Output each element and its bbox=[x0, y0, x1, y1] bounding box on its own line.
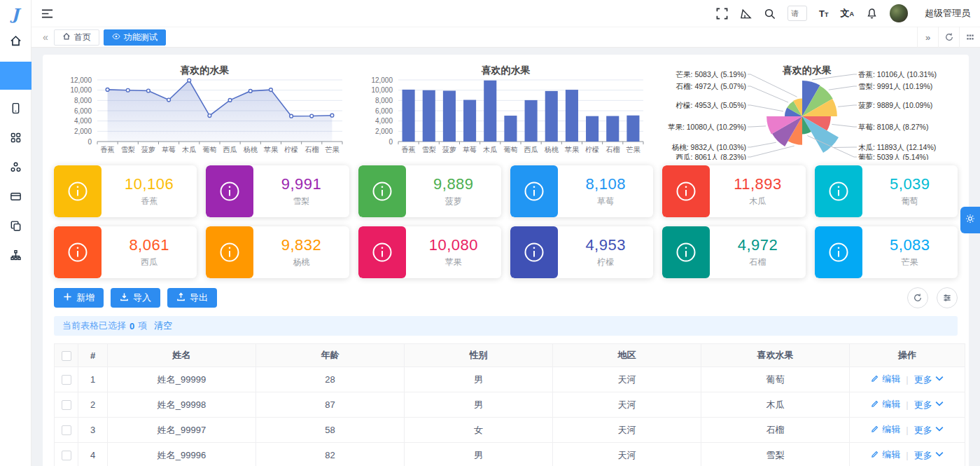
selection-suffix: 项 bbox=[138, 320, 147, 332]
svg-text:苹果: 苹果 bbox=[263, 146, 279, 153]
edit-link[interactable]: 编辑 bbox=[871, 373, 900, 385]
chevron-down-icon bbox=[935, 399, 944, 410]
stat-value: 8,108 bbox=[585, 175, 626, 193]
svg-text:苹果: 10080人 (10.29%): 苹果: 10080人 (10.29%) bbox=[668, 123, 746, 131]
pencil-icon bbox=[871, 374, 879, 385]
tab-home[interactable]: 首页 bbox=[54, 29, 99, 46]
content-area: 喜欢的水果 02,0004,0006,0008,00010,00012,000香… bbox=[31, 48, 980, 466]
stat-card: 11,893 木瓜 bbox=[662, 165, 805, 217]
charts-row: 喜欢的水果 02,0004,0006,0008,00010,00012,000香… bbox=[54, 63, 958, 160]
edit-link[interactable]: 编辑 bbox=[871, 448, 900, 461]
column-header: 喜欢水果 bbox=[701, 344, 850, 367]
user-avatar[interactable] bbox=[890, 4, 908, 22]
stat-card: 4,972 石榴 bbox=[662, 226, 805, 278]
more-link[interactable]: 更多 bbox=[914, 449, 944, 462]
more-link[interactable]: 更多 bbox=[914, 399, 944, 411]
translate-icon[interactable]: 文A bbox=[841, 7, 855, 20]
edit-link[interactable]: 编辑 bbox=[871, 398, 900, 411]
cell-age: 87 bbox=[256, 392, 405, 418]
svg-text:4,000: 4,000 bbox=[375, 117, 393, 125]
sidebar-item-card[interactable] bbox=[0, 184, 31, 212]
line-chart-canvas: 02,0004,0006,0008,00010,00012,000香蕉雪梨菠萝草… bbox=[54, 76, 355, 158]
fullscreen-icon[interactable] bbox=[716, 8, 728, 20]
select-all-checkbox[interactable] bbox=[62, 351, 71, 361]
more-link[interactable]: 更多 bbox=[914, 374, 944, 386]
pencil-icon bbox=[871, 399, 879, 410]
font-size-icon[interactable]: TT bbox=[819, 8, 828, 19]
stat-value: 10,106 bbox=[125, 175, 174, 193]
svg-text:西瓜: 西瓜 bbox=[524, 146, 538, 153]
column-header: 姓名 bbox=[108, 344, 256, 367]
svg-text:葡萄: 5039人 (5.14%): 葡萄: 5039人 (5.14%) bbox=[858, 153, 928, 160]
sidebar-item-components[interactable] bbox=[0, 125, 31, 153]
refresh-page-icon[interactable] bbox=[938, 27, 959, 48]
more-link[interactable]: 更多 bbox=[914, 424, 944, 437]
theme-settings-button[interactable] bbox=[960, 207, 980, 233]
add-button[interactable]: 新增 bbox=[54, 288, 104, 308]
eye-icon bbox=[112, 32, 120, 43]
tabs-scroll-right-icon[interactable]: » bbox=[917, 27, 938, 48]
row-index: 3 bbox=[78, 418, 108, 443]
edit-link[interactable]: 编辑 bbox=[871, 423, 900, 436]
info-circle-icon bbox=[54, 226, 102, 278]
svg-text:香蕉: 香蕉 bbox=[101, 146, 115, 153]
tabs-grid-icon[interactable] bbox=[959, 27, 980, 48]
svg-text:0: 0 bbox=[88, 138, 92, 146]
stat-value: 4,972 bbox=[738, 236, 778, 254]
row-checkbox[interactable] bbox=[62, 400, 71, 410]
sidebar-item-cluster[interactable] bbox=[0, 154, 31, 182]
sidebar-item-pages[interactable] bbox=[0, 213, 31, 241]
chart-title: 喜欢的水果 bbox=[355, 64, 656, 77]
sidebar-item-device[interactable] bbox=[0, 95, 31, 123]
row-checkbox[interactable] bbox=[62, 375, 71, 385]
cell-region: 天河 bbox=[553, 443, 701, 466]
cell-gender: 女 bbox=[405, 418, 553, 443]
table-row: 3 姓名_99997 58 女 天河 石榴 编辑|更多 bbox=[55, 418, 965, 443]
tabs-scroll-left-icon[interactable]: « bbox=[37, 32, 54, 43]
import-button[interactable]: 导入 bbox=[111, 288, 160, 308]
search-input[interactable] bbox=[788, 6, 807, 21]
search-icon[interactable] bbox=[764, 8, 776, 20]
row-checkbox[interactable] bbox=[62, 425, 71, 435]
stat-card: 10,106 香蕉 bbox=[54, 165, 197, 217]
selection-bar: 当前表格已选择 0 项 清空 bbox=[54, 316, 958, 336]
refresh-table-button[interactable] bbox=[907, 287, 928, 308]
cell-gender: 男 bbox=[405, 367, 553, 392]
info-circle-icon bbox=[815, 165, 862, 217]
chevron-down-icon bbox=[935, 374, 944, 385]
stat-label: 苹果 bbox=[445, 256, 462, 268]
stat-label: 雪梨 bbox=[293, 196, 309, 207]
rose-pie-chart: 喜欢的水果 香蕉: 10106人 (10.31%)雪梨: 9991人 (10.1… bbox=[657, 63, 958, 160]
column-settings-button[interactable] bbox=[937, 287, 958, 308]
svg-text:葡萄: 葡萄 bbox=[202, 146, 216, 153]
sidebar-item-active[interactable] bbox=[0, 62, 31, 90]
row-index: 1 bbox=[78, 367, 108, 392]
analytics-icon[interactable] bbox=[740, 8, 752, 20]
stat-card: 5,039 葡萄 bbox=[815, 165, 958, 217]
app-logo[interactable]: J bbox=[0, 0, 31, 28]
svg-text:柠檬: 柠檬 bbox=[585, 146, 599, 153]
sidebar-item-home[interactable] bbox=[0, 28, 31, 56]
svg-text:菠萝: 菠萝 bbox=[442, 146, 456, 153]
tab-function-test[interactable]: 功能测试 bbox=[104, 29, 166, 46]
menu-fold-icon[interactable] bbox=[41, 8, 53, 20]
cell-region: 天河 bbox=[553, 418, 701, 443]
bell-icon[interactable] bbox=[866, 8, 878, 20]
export-button[interactable]: 导出 bbox=[167, 288, 217, 308]
stat-label: 香蕉 bbox=[141, 196, 158, 207]
row-checkbox-cell bbox=[55, 392, 78, 418]
stat-card: 9,832 杨桃 bbox=[206, 226, 349, 278]
sidebar-item-org[interactable] bbox=[0, 242, 31, 270]
clear-selection-link[interactable]: 清空 bbox=[154, 320, 172, 332]
top-navbar: TT 文A 超级管理员 bbox=[31, 0, 980, 27]
stat-value: 5,083 bbox=[890, 236, 930, 254]
stat-label: 柠檬 bbox=[597, 256, 614, 268]
svg-text:杨桃: 9832人 (10.03%): 杨桃: 9832人 (10.03%) bbox=[671, 143, 746, 151]
row-checkbox[interactable] bbox=[62, 451, 71, 460]
stat-card: 9,991 雪梨 bbox=[206, 165, 349, 217]
stat-value: 9,991 bbox=[281, 175, 322, 193]
stat-cards-grid: 10,106 香蕉 9,991 雪梨 9,889 菠萝 8,108 草莓 bbox=[54, 165, 958, 278]
svg-text:石榴: 石榴 bbox=[304, 146, 318, 153]
stat-value: 10,080 bbox=[429, 236, 478, 254]
cell-fruit: 木瓜 bbox=[701, 392, 850, 418]
